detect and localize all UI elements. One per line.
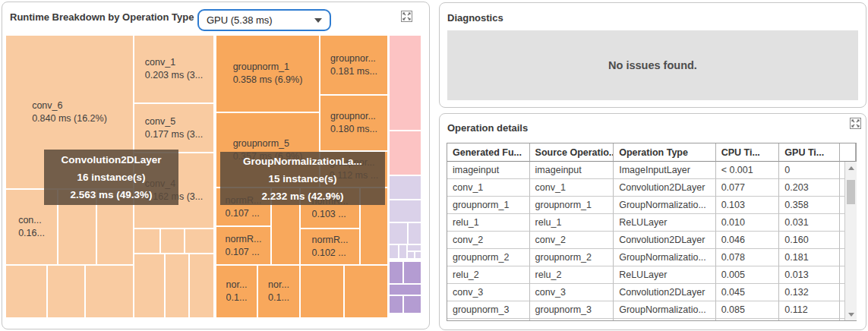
table-cell: conv_3 [447, 284, 530, 301]
table-cell: 0.045 [716, 284, 780, 301]
treemap-cell[interactable] [390, 285, 421, 295]
treemap-cell-label: normR...0.107 ... [216, 227, 270, 264]
table-cell: 0.046 [716, 232, 780, 249]
table-row[interactable]: groupnorm_3groupnorm_3GroupNormalizatio.… [447, 301, 856, 319]
table-row[interactable]: conv_2conv_2Convolution2DLayer0.0460.160 [447, 232, 856, 249]
treemap-cell[interactable] [408, 252, 414, 258]
treemap-cell[interactable]: groupnorm_50.357 ms (6.9%) [216, 113, 319, 187]
treemap-cell[interactable]: con...0.16... [6, 190, 57, 264]
treemap-cell[interactable]: nor...0.1... [216, 266, 257, 317]
treemap-cell[interactable] [415, 252, 421, 258]
table-cell: relu_2 [447, 266, 530, 284]
table-cell: GroupNormalizatio... [614, 301, 715, 319]
expand-icon[interactable] [400, 11, 412, 23]
scroll-up-arrow-icon[interactable] [845, 162, 857, 173]
treemap-cell[interactable] [190, 254, 213, 317]
table-cell: groupnorm_2 [447, 249, 530, 266]
table-cell: 0.160 [779, 232, 840, 249]
treemap-cell[interactable] [390, 36, 421, 130]
table-cell: 0.112 [779, 301, 840, 319]
table-cell: relu_1 [447, 214, 530, 232]
table-cell: ImageInputLayer [614, 162, 715, 179]
treemap-cell[interactable] [408, 245, 421, 251]
treemap-cell[interactable] [390, 131, 421, 175]
table-scrollbar[interactable] [844, 162, 857, 320]
table-cell: Convolution2DLayer [614, 232, 715, 249]
treemap-cell[interactable]: normR...0.107 ... [216, 227, 270, 264]
treemap-cell[interactable] [390, 223, 407, 244]
treemap-cell[interactable]: conv_10.203 ms (3... [134, 36, 213, 102]
table-cell: 0 [779, 162, 840, 179]
treemap-cell[interactable] [134, 254, 164, 317]
treemap-cell[interactable] [390, 200, 421, 222]
treemap-cell[interactable] [390, 176, 421, 199]
treemap-cell[interactable]: conv_40.162 ms (3... [134, 153, 213, 228]
table-row[interactable]: relu_2relu_2ReLULayer0.0050.013 [447, 266, 856, 284]
table-cell: relu_3 [447, 319, 530, 321]
treemap-cell[interactable] [185, 229, 213, 253]
table-column-header[interactable]: CPU Ti... [716, 143, 780, 162]
scrollbar-thumb[interactable] [847, 180, 855, 204]
table-column-header[interactable]: Operation Type [614, 143, 715, 162]
table-row[interactable]: relu_3relu_3ReLULayer0.0030.009 [447, 319, 856, 321]
operation-details-table[interactable]: Generated Fu...Source Operatio...Operati… [447, 143, 857, 321]
treemap-cell[interactable] [134, 229, 159, 253]
table-cell: 0.009 [779, 319, 840, 321]
treemap-cell[interactable] [301, 266, 343, 317]
treemap-cell[interactable] [390, 245, 398, 258]
table-column-header[interactable]: Source Operatio... [530, 143, 614, 162]
treemap-cell[interactable]: normR...0.107 ... [216, 188, 270, 225]
treemap-cell[interactable] [166, 254, 188, 317]
table-cell: Convolution2DLayer [614, 179, 715, 197]
treemap-cell[interactable] [97, 190, 133, 264]
scroll-down-arrow-icon[interactable] [845, 309, 857, 320]
treemap-cell[interactable] [48, 266, 84, 317]
treemap-cell-label: conv_40.162 ms (3... [134, 153, 213, 228]
treemap-cell[interactable]: groupnor...0.181 ms... [320, 36, 387, 94]
treemap-cell[interactable] [86, 266, 133, 317]
table-row[interactable]: conv_1conv_1Convolution2DLayer0.0770.203 [447, 179, 856, 197]
treemap-cell[interactable] [390, 296, 402, 313]
table-cell: 0.358 [779, 197, 840, 214]
treemap-cell[interactable]: conv_60.840 ms (16.2%) [6, 36, 133, 188]
table-row[interactable]: groupnorm_2groupnorm_2GroupNormalizatio.… [447, 249, 856, 266]
table-cell: conv_2 [530, 232, 614, 249]
table-cell: GroupNormalizatio... [614, 249, 715, 266]
treemap-cell[interactable] [399, 245, 406, 258]
treemap-cell[interactable]: groupnor...0.112 ms ... [320, 152, 387, 187]
table-cell: GroupNormalizatio... [614, 197, 715, 214]
treemap-cell[interactable] [345, 266, 387, 317]
treemap-cell[interactable]: nor...0.1... [258, 266, 299, 317]
expand-icon[interactable] [849, 118, 861, 130]
treemap-cell[interactable]: groupnorm_10.358 ms (6.9%) [216, 36, 319, 112]
table-row[interactable]: groupnorm_1groupnorm_1GroupNormalizatio.… [447, 197, 856, 214]
table-column-header[interactable]: Generated Fu... [447, 143, 530, 162]
treemap-cell[interactable] [404, 262, 421, 283]
treemap-cell[interactable] [272, 188, 299, 264]
table-row[interactable]: imageinputimageinputImageInputLayer< 0.0… [447, 162, 856, 179]
treemap-cell[interactable] [404, 296, 421, 313]
treemap-cell[interactable] [161, 229, 184, 253]
table-column-header[interactable]: GPU Ti... [779, 143, 840, 162]
table-cell: 0.077 [716, 179, 780, 197]
treemap-cell[interactable] [390, 262, 402, 283]
table-cell: 0.181 [779, 249, 840, 266]
treemap-cell[interactable]: conv_50.177 ms (3... [134, 104, 213, 152]
table-row[interactable]: conv_3conv_3Convolution2DLayer0.0450.132 [447, 284, 856, 301]
treemap-cell[interactable] [409, 223, 421, 244]
treemap-cell-label: groupnorm_50.357 ms (6.9%) [216, 113, 319, 187]
table-column-header[interactable] [840, 143, 856, 162]
table-row[interactable]: relu_1relu_1ReLULayer0.0100.031 [447, 214, 856, 232]
metric-dropdown[interactable]: GPU (5.38 ms) [197, 9, 331, 31]
treemap-cell[interactable] [6, 266, 46, 317]
table-cell: ReLULayer [614, 319, 715, 321]
treemap-cell[interactable] [58, 190, 96, 264]
table-cell: 0.203 [779, 179, 840, 197]
table-cell: conv_1 [530, 179, 614, 197]
treemap-cell[interactable] [361, 188, 387, 264]
treemap-cell[interactable]: groupnor...0.180 ms... [320, 96, 387, 150]
chevron-down-icon [314, 18, 322, 23]
treemap-cell[interactable]: normR...0.102 ... [301, 229, 359, 264]
treemap-cell[interactable]: normR...0.103 ... [301, 188, 359, 228]
diagnostics-message-box: No issues found. [447, 30, 858, 100]
